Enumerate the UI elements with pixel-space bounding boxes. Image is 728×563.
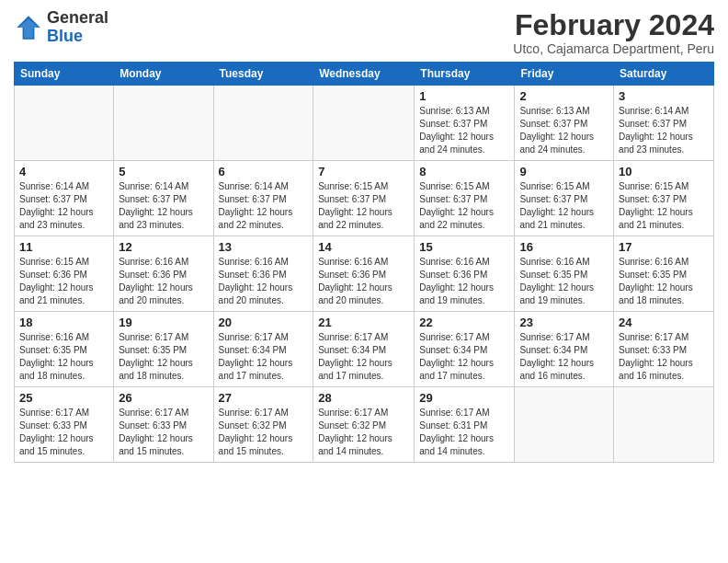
- calendar-cell: [213, 86, 313, 161]
- calendar-cell: 23Sunrise: 6:17 AMSunset: 6:34 PMDayligh…: [515, 312, 614, 387]
- day-number: 22: [419, 316, 509, 329]
- day-number: 13: [219, 240, 309, 254]
- calendar-cell: 22Sunrise: 6:17 AMSunset: 6:34 PMDayligh…: [415, 312, 515, 387]
- title-area: February 2024 Utco, Cajamarca Department…: [513, 9, 714, 56]
- calendar-cell: 27Sunrise: 6:17 AMSunset: 6:32 PMDayligh…: [213, 387, 313, 463]
- day-info: Sunrise: 6:16 AMSunset: 6:35 PMDaylight:…: [519, 256, 609, 307]
- day-number: 18: [19, 316, 108, 329]
- day-number: 6: [219, 165, 309, 178]
- calendar-cell: 12Sunrise: 6:16 AMSunset: 6:36 PMDayligh…: [114, 236, 213, 312]
- day-info: Sunrise: 6:15 AMSunset: 6:36 PMDaylight:…: [19, 256, 108, 307]
- calendar-cell: 4Sunrise: 6:14 AMSunset: 6:37 PMDaylight…: [15, 161, 114, 236]
- calendar-cell: 26Sunrise: 6:17 AMSunset: 6:33 PMDayligh…: [114, 387, 213, 463]
- calendar-cell: 1Sunrise: 6:13 AMSunset: 6:37 PMDaylight…: [415, 86, 515, 161]
- calendar-cell: 8Sunrise: 6:15 AMSunset: 6:37 PMDaylight…: [415, 161, 515, 236]
- subtitle: Utco, Cajamarca Department, Peru: [513, 41, 714, 56]
- calendar-cell: 19Sunrise: 6:17 AMSunset: 6:35 PMDayligh…: [114, 312, 213, 387]
- day-info: Sunrise: 6:14 AMSunset: 6:37 PMDaylight:…: [119, 180, 208, 232]
- calendar-cell: [515, 387, 614, 463]
- day-info: Sunrise: 6:14 AMSunset: 6:37 PMDaylight:…: [619, 105, 709, 156]
- day-info: Sunrise: 6:17 AMSunset: 6:32 PMDaylight:…: [219, 407, 309, 458]
- day-number: 3: [619, 89, 709, 103]
- calendar-cell: 21Sunrise: 6:17 AMSunset: 6:34 PMDayligh…: [313, 312, 415, 387]
- day-info: Sunrise: 6:17 AMSunset: 6:34 PMDaylight:…: [318, 331, 409, 383]
- day-info: Sunrise: 6:17 AMSunset: 6:33 PMDaylight:…: [619, 331, 709, 383]
- day-number: 7: [318, 165, 409, 178]
- main-title: February 2024: [513, 9, 714, 41]
- calendar-cell: 10Sunrise: 6:15 AMSunset: 6:37 PMDayligh…: [614, 161, 714, 236]
- calendar-cell: 14Sunrise: 6:16 AMSunset: 6:36 PMDayligh…: [313, 236, 415, 312]
- day-number: 15: [419, 240, 509, 254]
- day-info: Sunrise: 6:17 AMSunset: 6:32 PMDaylight:…: [318, 407, 409, 458]
- weekday-header-row: SundayMondayTuesdayWednesdayThursdayFrid…: [15, 63, 714, 86]
- day-number: 27: [219, 391, 309, 405]
- calendar-cell: 6Sunrise: 6:14 AMSunset: 6:37 PMDaylight…: [213, 161, 313, 236]
- page: General Blue February 2024 Utco, Cajamar…: [0, 0, 728, 563]
- calendar-cell: 5Sunrise: 6:14 AMSunset: 6:37 PMDaylight…: [114, 161, 213, 236]
- day-number: 16: [519, 240, 609, 254]
- day-number: 21: [318, 316, 409, 329]
- logo-blue: Blue: [47, 28, 108, 46]
- day-number: 17: [619, 240, 709, 254]
- calendar-cell: 11Sunrise: 6:15 AMSunset: 6:36 PMDayligh…: [15, 236, 114, 312]
- day-number: 9: [519, 165, 609, 178]
- day-info: Sunrise: 6:15 AMSunset: 6:37 PMDaylight:…: [419, 180, 509, 232]
- weekday-header: Saturday: [614, 63, 714, 86]
- day-info: Sunrise: 6:16 AMSunset: 6:35 PMDaylight:…: [619, 256, 709, 307]
- day-info: Sunrise: 6:15 AMSunset: 6:37 PMDaylight:…: [519, 180, 609, 232]
- calendar-cell: 2Sunrise: 6:13 AMSunset: 6:37 PMDaylight…: [515, 86, 614, 161]
- weekday-header: Tuesday: [213, 63, 313, 86]
- logo-icon: [14, 13, 43, 42]
- day-number: 24: [619, 316, 709, 329]
- calendar-cell: 15Sunrise: 6:16 AMSunset: 6:36 PMDayligh…: [415, 236, 515, 312]
- day-info: Sunrise: 6:14 AMSunset: 6:37 PMDaylight:…: [219, 180, 309, 232]
- calendar-cell: 25Sunrise: 6:17 AMSunset: 6:33 PMDayligh…: [15, 387, 114, 463]
- day-number: 5: [119, 165, 208, 178]
- calendar-week-row: 18Sunrise: 6:16 AMSunset: 6:35 PMDayligh…: [15, 312, 714, 387]
- logo: General Blue: [14, 9, 108, 46]
- calendar-cell: 17Sunrise: 6:16 AMSunset: 6:35 PMDayligh…: [614, 236, 714, 312]
- day-info: Sunrise: 6:17 AMSunset: 6:33 PMDaylight:…: [19, 407, 108, 458]
- day-number: 29: [419, 391, 509, 405]
- day-info: Sunrise: 6:16 AMSunset: 6:36 PMDaylight:…: [419, 256, 509, 307]
- day-info: Sunrise: 6:13 AMSunset: 6:37 PMDaylight:…: [419, 105, 509, 156]
- weekday-header: Friday: [515, 63, 614, 86]
- day-info: Sunrise: 6:17 AMSunset: 6:31 PMDaylight:…: [419, 407, 509, 458]
- day-number: 11: [19, 240, 108, 254]
- calendar: SundayMondayTuesdayWednesdayThursdayFrid…: [14, 62, 714, 463]
- calendar-cell: [114, 86, 213, 161]
- logo-text: General Blue: [47, 9, 108, 46]
- day-number: 4: [19, 165, 108, 178]
- calendar-cell: 24Sunrise: 6:17 AMSunset: 6:33 PMDayligh…: [614, 312, 714, 387]
- weekday-header: Thursday: [415, 63, 515, 86]
- weekday-header: Wednesday: [313, 63, 415, 86]
- calendar-week-row: 25Sunrise: 6:17 AMSunset: 6:33 PMDayligh…: [15, 387, 714, 463]
- day-number: 19: [119, 316, 208, 329]
- calendar-cell: 3Sunrise: 6:14 AMSunset: 6:37 PMDaylight…: [614, 86, 714, 161]
- day-number: 12: [119, 240, 208, 254]
- svg-marker-1: [18, 18, 39, 38]
- day-info: Sunrise: 6:14 AMSunset: 6:37 PMDaylight:…: [19, 180, 108, 232]
- day-info: Sunrise: 6:16 AMSunset: 6:36 PMDaylight:…: [219, 256, 309, 307]
- calendar-cell: 7Sunrise: 6:15 AMSunset: 6:37 PMDaylight…: [313, 161, 415, 236]
- weekday-header: Sunday: [15, 63, 114, 86]
- day-number: 25: [19, 391, 108, 405]
- day-info: Sunrise: 6:16 AMSunset: 6:35 PMDaylight:…: [19, 331, 108, 383]
- day-info: Sunrise: 6:17 AMSunset: 6:33 PMDaylight:…: [119, 407, 208, 458]
- day-info: Sunrise: 6:15 AMSunset: 6:37 PMDaylight:…: [318, 180, 409, 232]
- day-number: 28: [318, 391, 409, 405]
- calendar-cell: 13Sunrise: 6:16 AMSunset: 6:36 PMDayligh…: [213, 236, 313, 312]
- day-info: Sunrise: 6:17 AMSunset: 6:35 PMDaylight:…: [119, 331, 208, 383]
- day-number: 23: [519, 316, 609, 329]
- calendar-cell: 28Sunrise: 6:17 AMSunset: 6:32 PMDayligh…: [313, 387, 415, 463]
- day-number: 8: [419, 165, 509, 178]
- day-info: Sunrise: 6:17 AMSunset: 6:34 PMDaylight:…: [519, 331, 609, 383]
- calendar-week-row: 1Sunrise: 6:13 AMSunset: 6:37 PMDaylight…: [15, 86, 714, 161]
- calendar-cell: [15, 86, 114, 161]
- day-number: 26: [119, 391, 208, 405]
- day-info: Sunrise: 6:17 AMSunset: 6:34 PMDaylight:…: [419, 331, 509, 383]
- day-number: 14: [318, 240, 409, 254]
- day-number: 10: [619, 165, 709, 178]
- day-info: Sunrise: 6:13 AMSunset: 6:37 PMDaylight:…: [519, 105, 609, 156]
- day-info: Sunrise: 6:16 AMSunset: 6:36 PMDaylight:…: [119, 256, 208, 307]
